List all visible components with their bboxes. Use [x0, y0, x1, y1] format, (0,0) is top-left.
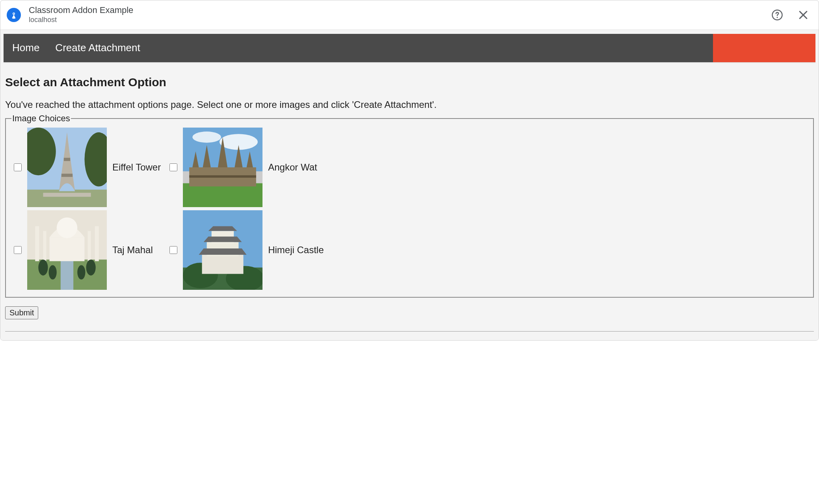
svg-rect-13 [61, 174, 73, 177]
choice-himeji-castle: Himeji Castle [167, 210, 324, 290]
close-button[interactable] [796, 7, 811, 22]
titlebar-subtitle: localhost [29, 15, 770, 24]
choice-checkbox-himeji-castle[interactable] [169, 246, 177, 254]
choice-label: Taj Mahal [112, 245, 153, 256]
image-choices-fieldset: Image Choices [5, 113, 814, 298]
choice-angkor-wat: Angkor Wat [167, 128, 324, 207]
nav-link-home[interactable]: Home [12, 42, 39, 54]
titlebar-title: Classroom Addon Example [29, 5, 770, 15]
nav-link-create-attachment[interactable]: Create Attachment [55, 42, 140, 54]
svg-point-2 [13, 13, 15, 14]
svg-rect-32 [95, 226, 99, 261]
image-choices-legend: Image Choices [11, 113, 71, 124]
svg-rect-28 [61, 259, 73, 290]
navbar: Home Create Attachment [4, 34, 815, 63]
svg-point-30 [57, 217, 78, 238]
submit-row: Submit [5, 306, 814, 319]
eiffel-tower-icon [27, 128, 107, 207]
titlebar-actions [770, 7, 811, 22]
svg-marker-47 [204, 236, 242, 242]
choice-checkbox-taj-mahal[interactable] [14, 246, 22, 254]
taj-mahal-icon [27, 210, 107, 290]
svg-rect-25 [189, 175, 256, 178]
svg-rect-31 [35, 226, 39, 261]
choice-label: Himeji Castle [268, 245, 324, 256]
svg-marker-48 [208, 226, 237, 231]
svg-point-36 [86, 259, 95, 275]
svg-rect-33 [43, 231, 46, 261]
svg-point-17 [192, 132, 221, 143]
help-icon [771, 9, 783, 21]
choice-checkbox-eiffel-tower[interactable] [14, 163, 22, 171]
svg-rect-34 [88, 231, 91, 261]
svg-rect-14 [43, 193, 91, 196]
himeji-castle-icon [183, 210, 262, 290]
svg-rect-29 [50, 237, 85, 261]
svg-point-38 [77, 265, 85, 279]
titlebar: Classroom Addon Example localhost [0, 0, 819, 30]
addon-logo-icon [7, 8, 21, 22]
svg-rect-43 [202, 255, 244, 274]
choice-label: Eiffel Tower [112, 162, 161, 173]
nav-links: Home Create Attachment [4, 34, 140, 62]
footer-separator [5, 331, 814, 332]
svg-rect-18 [183, 183, 262, 207]
page-title: Select an Attachment Option [5, 76, 814, 89]
choice-taj-mahal: Taj Mahal [11, 210, 161, 290]
addon-dialog: Classroom Addon Example localhost [0, 0, 819, 341]
nav-accent-block [713, 34, 815, 62]
svg-rect-12 [64, 158, 70, 161]
svg-point-37 [49, 265, 57, 279]
svg-marker-46 [199, 248, 247, 255]
help-button[interactable] [770, 7, 785, 22]
svg-point-4 [777, 17, 778, 18]
choice-checkbox-angkor-wat[interactable] [169, 163, 177, 171]
choice-eiffel-tower: Eiffel Tower [11, 128, 161, 207]
titlebar-text: Classroom Addon Example localhost [29, 5, 770, 25]
main: Select an Attachment Option You've reach… [4, 63, 815, 336]
svg-rect-8 [27, 189, 107, 207]
angkor-wat-icon [183, 128, 262, 207]
submit-button[interactable]: Submit [5, 306, 38, 319]
nav-spacer [140, 34, 713, 62]
instructions-text: You've reached the attachment options pa… [5, 99, 814, 110]
svg-point-35 [38, 259, 48, 275]
choice-label: Angkor Wat [268, 162, 317, 173]
close-icon [797, 9, 809, 21]
choice-grid: Eiffel Tower [11, 128, 808, 290]
content-area: Home Create Attachment Select an Attachm… [0, 30, 819, 340]
